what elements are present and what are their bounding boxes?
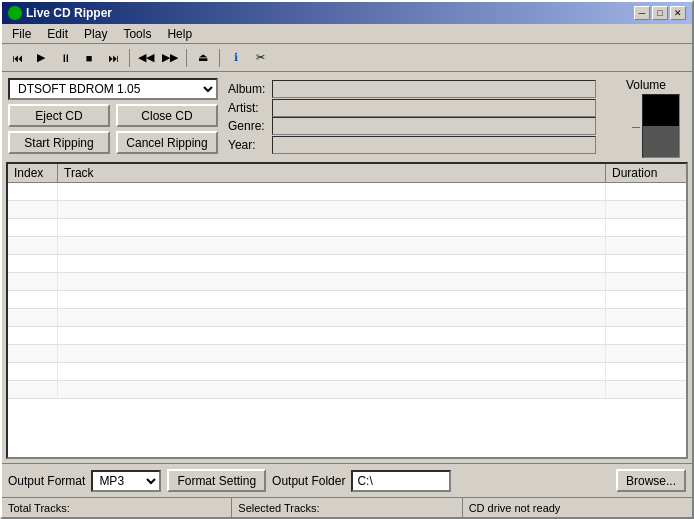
year-label: Year: (228, 138, 268, 152)
table-row (8, 345, 686, 363)
settings-button[interactable]: ✂ (249, 47, 271, 69)
col-header-track: Track (58, 164, 606, 182)
volume-indicator (643, 126, 679, 157)
center-panel: Album: Artist: Genre: Year: (224, 78, 600, 156)
album-label: Album: (228, 82, 268, 96)
artist-value (272, 99, 596, 117)
app-icon (8, 6, 22, 20)
volume-slider[interactable] (642, 94, 680, 158)
table-row (8, 183, 686, 201)
selected-tracks-status: Selected Tracks: (232, 498, 462, 517)
output-format-label: Output Format (8, 474, 85, 488)
stop-button[interactable]: ■ (78, 47, 100, 69)
window-title: Live CD Ripper (26, 6, 112, 20)
artist-row: Artist: (228, 99, 596, 117)
title-buttons: ─ □ ✕ (634, 6, 686, 20)
drive-select-row: DTSOFT BDROM 1.05 (8, 78, 218, 100)
eject-cd-button[interactable]: Eject CD (8, 104, 110, 127)
rewind-button[interactable]: ◀◀ (135, 47, 157, 69)
play-button[interactable]: ▶ (30, 47, 52, 69)
album-value (272, 80, 596, 98)
eject-button[interactable]: ⏏ (192, 47, 214, 69)
cancel-ripping-button[interactable]: Cancel Ripping (116, 131, 218, 154)
drive-dropdown[interactable]: DTSOFT BDROM 1.05 (8, 78, 218, 100)
title-bar: Live CD Ripper ─ □ ✕ (2, 2, 692, 24)
menu-edit[interactable]: Edit (41, 26, 74, 42)
menu-file[interactable]: File (6, 26, 37, 42)
right-panel: Volume — (606, 78, 686, 156)
album-row: Album: (228, 80, 596, 98)
table-row (8, 273, 686, 291)
left-panel: DTSOFT BDROM 1.05 Eject CD Close CD Star… (8, 78, 218, 156)
table-row (8, 219, 686, 237)
pause-button[interactable]: ⏸ (54, 47, 76, 69)
status-bar: Total Tracks: Selected Tracks: CD drive … (2, 497, 692, 517)
menu-help[interactable]: Help (161, 26, 198, 42)
title-bar-left: Live CD Ripper (8, 6, 112, 20)
year-value (272, 136, 596, 154)
eject-close-row: Eject CD Close CD (8, 104, 218, 127)
format-dropdown[interactable]: MP3 WAV FLAC OGG AAC (91, 470, 161, 492)
info-button[interactable]: ℹ (225, 47, 247, 69)
genre-row: Genre: (228, 117, 596, 135)
output-folder-label: Output Folder (272, 474, 345, 488)
volume-tick-4: — (612, 122, 642, 131)
track-list-header: Index Track Duration (8, 164, 686, 183)
browse-button[interactable]: Browse... (616, 469, 686, 492)
table-row (8, 309, 686, 327)
table-row (8, 237, 686, 255)
menu-play[interactable]: Play (78, 26, 113, 42)
toolbar-separator-1 (129, 49, 130, 67)
table-row (8, 201, 686, 219)
table-row (8, 255, 686, 273)
ripping-row: Start Ripping Cancel Ripping (8, 131, 218, 154)
minimize-button[interactable]: ─ (634, 6, 650, 20)
cd-status: CD drive not ready (463, 498, 692, 517)
genre-value (272, 117, 596, 135)
col-header-index: Index (8, 164, 58, 182)
close-cd-button[interactable]: Close CD (116, 104, 218, 127)
top-panel: DTSOFT BDROM 1.05 Eject CD Close CD Star… (2, 72, 692, 162)
skip-forward-button[interactable]: ⏭ (102, 47, 124, 69)
track-list-body (8, 183, 686, 457)
format-setting-button[interactable]: Format Setting (167, 469, 266, 492)
bottom-bar: Output Format MP3 WAV FLAC OGG AAC Forma… (2, 463, 692, 497)
table-row (8, 381, 686, 399)
volume-scale: — (612, 94, 642, 158)
main-window: Live CD Ripper ─ □ ✕ File Edit Play Tool… (0, 0, 694, 519)
table-row (8, 327, 686, 345)
genre-label: Genre: (228, 119, 268, 133)
volume-label: Volume (626, 78, 666, 92)
folder-input[interactable] (351, 470, 451, 492)
artist-label: Artist: (228, 101, 268, 115)
toolbar-separator-2 (186, 49, 187, 67)
total-tracks-status: Total Tracks: (2, 498, 232, 517)
year-row: Year: (228, 136, 596, 154)
menu-bar: File Edit Play Tools Help (2, 24, 692, 44)
fast-forward-button[interactable]: ▶▶ (159, 47, 181, 69)
table-row (8, 363, 686, 381)
skip-back-button[interactable]: ⏮ (6, 47, 28, 69)
start-ripping-button[interactable]: Start Ripping (8, 131, 110, 154)
table-row (8, 291, 686, 309)
col-header-duration: Duration (606, 164, 686, 182)
toolbar: ⏮ ▶ ⏸ ■ ⏭ ◀◀ ▶▶ ⏏ ℹ ✂ (2, 44, 692, 72)
maximize-button[interactable]: □ (652, 6, 668, 20)
menu-tools[interactable]: Tools (117, 26, 157, 42)
track-list-container: Index Track Duration (6, 162, 688, 459)
toolbar-separator-3 (219, 49, 220, 67)
volume-container: — (612, 94, 680, 158)
close-button[interactable]: ✕ (670, 6, 686, 20)
